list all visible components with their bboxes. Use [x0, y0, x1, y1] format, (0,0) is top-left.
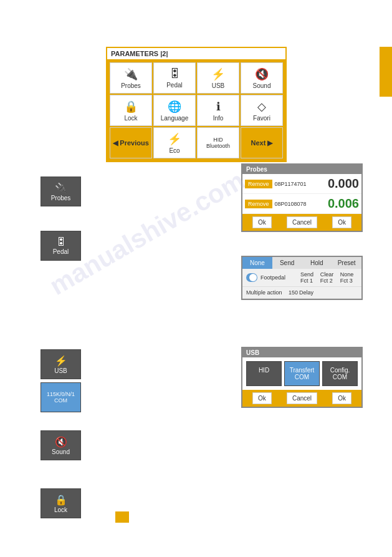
- eco-icon: ⚡: [168, 132, 181, 146]
- favori-label: Favori: [253, 115, 270, 122]
- left-btn-pedal[interactable]: 🎛 Pedal: [41, 231, 81, 261]
- probe-row-2: Remove 08P0108078 0.006: [242, 194, 361, 214]
- eco-label: Eco: [169, 147, 179, 154]
- left-probes-icon: 🔌: [55, 182, 67, 194]
- probe2-value: 0.006: [315, 196, 359, 211]
- info-icon: ℹ: [216, 100, 221, 114]
- param-btn-favori[interactable]: ◇ Favori: [241, 95, 283, 126]
- pedal-tabs: None Send Hold Preset: [242, 257, 361, 269]
- param-btn-usb[interactable]: ⚡ USB: [197, 62, 239, 94]
- params-title: PARAMETERS |2|: [107, 48, 285, 60]
- lock-label: Lock: [124, 115, 137, 122]
- param-btn-previous[interactable]: ◀ Previous: [110, 127, 152, 158]
- left-usb-label: USB: [54, 367, 67, 374]
- param-btn-next[interactable]: Next ▶: [241, 127, 283, 158]
- pedal-multiple-action-label: Multiple action: [246, 289, 284, 296]
- pedal-delay-label: Delay: [299, 289, 313, 296]
- left-pedal-icon: 🎛: [56, 236, 66, 248]
- pedal-none-fct3: None Fct 3: [340, 271, 358, 284]
- language-label: Language: [161, 115, 189, 122]
- pedal-panel: None Send Hold Preset Footpedal Send Fct…: [241, 256, 363, 300]
- usb-icon: ⚡: [211, 67, 225, 81]
- usb-btns: HID Transfert COM Config. COM: [242, 357, 361, 390]
- parameters-panel: PARAMETERS |2| 🔌 Probes 🎛 Pedal ⚡ USB 🔇 …: [106, 47, 287, 162]
- param-btn-probes[interactable]: 🔌 Probes: [110, 62, 152, 94]
- probe1-remove-btn[interactable]: Remove: [245, 180, 272, 188]
- param-btn-lock[interactable]: 🔒 Lock: [110, 95, 152, 126]
- params-grid: 🔌 Probes 🎛 Pedal ⚡ USB 🔇 Sound 🔒 Lock 🌐 …: [107, 60, 285, 161]
- lock-icon: 🔒: [124, 100, 138, 114]
- pedal-footpedal-label: Footpedal: [261, 274, 298, 281]
- param-btn-info[interactable]: ℹ Info: [197, 95, 239, 126]
- next-label: Next ▶: [251, 139, 273, 147]
- pedal-tab-preset[interactable]: Preset: [332, 257, 361, 269]
- usb-selected-btn[interactable]: 115K/0/N/1 COM: [41, 382, 81, 412]
- probe1-value: 0.000: [315, 177, 359, 191]
- left-btn-usb[interactable]: ⚡ USB: [41, 349, 81, 379]
- pedal-tab-send[interactable]: Send: [272, 257, 302, 269]
- previous-label: ◀ Previous: [113, 139, 149, 147]
- usb-transfert-btn[interactable]: Transfert COM: [284, 361, 320, 386]
- usb-footer: Ok Cancel Ok: [242, 390, 361, 407]
- pedal-tab-none[interactable]: None: [242, 257, 272, 269]
- left-btn-lock[interactable]: 🔒 Lock: [41, 488, 81, 518]
- left-pedal-label: Pedal: [53, 248, 69, 255]
- hid-bluetooth-label: HIDBluetooth: [206, 137, 230, 149]
- favori-icon: ◇: [257, 100, 266, 114]
- param-btn-eco[interactable]: ⚡ Eco: [153, 127, 196, 158]
- param-btn-sound[interactable]: 🔇 Sound: [241, 62, 283, 94]
- probes-panel: Probes Remove 08P1174701 0.000 Remove 08…: [241, 163, 363, 232]
- probe1-id: 08P1174701: [275, 181, 315, 187]
- probes-footer: Ok Cancel Ok: [242, 214, 361, 231]
- usb-ok-btn[interactable]: Ok: [252, 392, 272, 404]
- left-usb-icon: ⚡: [55, 355, 67, 367]
- usb-cancel-btn[interactable]: Cancel: [287, 392, 317, 404]
- probe2-id: 08P0108078: [275, 201, 315, 207]
- probes-ok-btn[interactable]: Ok: [252, 216, 272, 228]
- usb-selected-value: 115K/0/N/1 COM: [41, 391, 80, 404]
- probes-panel-title: Probes: [242, 165, 361, 174]
- usb-panel-title: USB: [242, 348, 361, 357]
- pedal-multiple-row: Multiple action 150 Delay: [242, 287, 361, 299]
- pedal-delay-value: 150: [289, 289, 298, 296]
- probes-ok2-btn[interactable]: Ok: [332, 216, 351, 228]
- left-lock-icon: 🔒: [55, 494, 67, 506]
- pedal-send-fct1: Send Fct 1: [300, 271, 318, 284]
- info-label: Info: [213, 115, 224, 122]
- probe-row-1: Remove 08P1174701 0.000: [242, 174, 361, 194]
- usb-panel: USB HID Transfert COM Config. COM Ok Can…: [241, 347, 363, 408]
- pedal-label: Pedal: [166, 82, 183, 89]
- left-probes-label: Probes: [51, 195, 71, 201]
- orange-sidebar: [380, 47, 392, 97]
- left-btn-sound[interactable]: 🔇 Sound: [41, 430, 81, 460]
- param-btn-hid-bluetooth[interactable]: HIDBluetooth: [197, 127, 239, 158]
- pedal-footpedal-row: Footpedal Send Fct 1 Clear Fct 2 None Fc…: [242, 269, 361, 287]
- usb-hid-btn[interactable]: HID: [246, 361, 282, 386]
- left-sound-icon: 🔇: [55, 436, 67, 448]
- probe2-remove-btn[interactable]: Remove: [245, 200, 272, 208]
- param-btn-pedal[interactable]: 🎛 Pedal: [153, 62, 196, 94]
- usb-config-btn[interactable]: Config. COM: [322, 361, 358, 386]
- sound-label: Sound: [253, 82, 271, 89]
- param-btn-language[interactable]: 🌐 Language: [153, 95, 196, 126]
- language-icon: 🌐: [168, 100, 181, 114]
- orange-small-square: [115, 511, 129, 523]
- left-btn-probes[interactable]: 🔌 Probes: [41, 177, 81, 206]
- left-lock-label: Lock: [54, 506, 67, 513]
- pedal-tab-hold[interactable]: Hold: [302, 257, 332, 269]
- pedal-toggle[interactable]: [246, 273, 257, 282]
- probes-cancel-btn[interactable]: Cancel: [287, 216, 317, 228]
- usb-label: USB: [212, 82, 225, 89]
- probes-label: Probes: [121, 82, 141, 89]
- pedal-clear-fct2: Clear Fct 2: [320, 271, 338, 284]
- usb-ok2-btn[interactable]: Ok: [332, 392, 351, 404]
- probes-icon: 🔌: [124, 67, 138, 81]
- pedal-icon: 🎛: [169, 67, 180, 80]
- sound-icon: 🔇: [255, 67, 269, 81]
- left-sound-label: Sound: [52, 448, 70, 455]
